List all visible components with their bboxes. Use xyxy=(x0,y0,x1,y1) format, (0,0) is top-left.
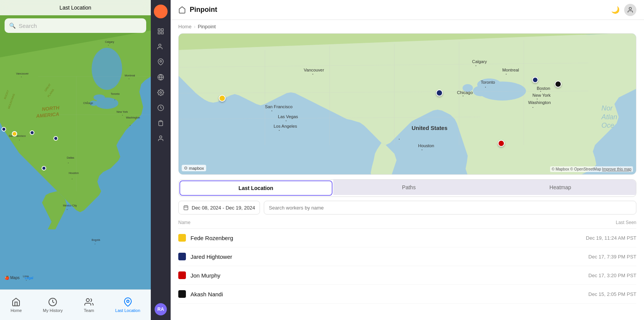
column-name: Name xyxy=(178,220,190,225)
nav-home[interactable]: Home xyxy=(5,294,28,316)
sidebar-settings-icon[interactable] xyxy=(154,86,168,99)
main-map-dot-red xyxy=(498,140,505,147)
date-picker-button[interactable]: Dec 08, 2024 - Dec 19, 2024 xyxy=(178,201,260,214)
gear-icon xyxy=(157,89,164,96)
svg-text:Calgary: Calgary xyxy=(105,41,115,44)
sidebar-person-search-icon[interactable] xyxy=(154,132,168,145)
svg-text:Vancouver: Vancouver xyxy=(16,72,29,75)
svg-rect-45 xyxy=(158,32,160,34)
worker-time-jared: Dec 17, 7:39 PM PST xyxy=(588,254,636,260)
nav-last-location-label: Last Location xyxy=(115,308,140,313)
sidebar-logo[interactable] xyxy=(154,5,168,18)
nav-my-history[interactable]: My History xyxy=(37,294,69,316)
nav-home-label: Home xyxy=(11,308,22,313)
worker-left-jared: Jared Hightower xyxy=(178,253,232,260)
svg-text:Washington: Washington xyxy=(126,116,140,119)
worker-row[interactable]: Fede Rozenberg Dec 19, 11:24 AM PST xyxy=(178,229,636,247)
expand-icon xyxy=(157,28,164,35)
sidebar-translate-icon[interactable] xyxy=(154,70,168,84)
avatar-initials: RA xyxy=(157,307,164,312)
tabs-section: Last Location Paths Heatmap xyxy=(178,179,636,197)
svg-text:•: • xyxy=(115,99,115,101)
worker-time-akash: Dec 15, 2:05 PM PST xyxy=(588,291,636,297)
nav-team-label: Team xyxy=(84,308,94,313)
user-profile-icon[interactable] xyxy=(624,4,636,16)
page-title: Pinpoint xyxy=(190,6,217,14)
left-search-bar[interactable]: 🔍 Search xyxy=(5,18,146,33)
svg-text:Houston: Houston xyxy=(69,172,79,174)
svg-text:•: • xyxy=(95,243,95,245)
nav-last-location[interactable]: Last Location xyxy=(109,294,146,316)
top-bar-left: Pinpoint xyxy=(178,6,217,14)
sidebar-location-icon[interactable] xyxy=(154,55,168,69)
sidebar-expand-icon[interactable] xyxy=(154,24,168,38)
location-pin-icon xyxy=(123,297,132,307)
svg-point-53 xyxy=(629,7,631,10)
left-map-panel: Last Location 🔍 Search NORTH AMERICA xyxy=(0,0,151,320)
clock-icon xyxy=(48,297,57,307)
sidebar-people-icon[interactable] xyxy=(154,40,168,54)
tab-heatmap[interactable]: Heatmap xyxy=(484,180,636,195)
svg-point-42 xyxy=(127,300,129,302)
tab-last-location[interactable]: Last Location xyxy=(179,180,332,196)
search-workers-input[interactable] xyxy=(264,201,636,214)
svg-text:Nor: Nor xyxy=(602,104,613,112)
svg-text:•: • xyxy=(122,114,123,116)
svg-point-2 xyxy=(94,94,105,101)
svg-point-41 xyxy=(86,299,89,302)
main-map-dot-black xyxy=(555,81,562,88)
svg-point-57 xyxy=(473,86,489,96)
svg-text:Houston: Houston xyxy=(418,143,434,148)
worker-time-fede: Dec 19, 11:24 AM PST xyxy=(586,235,636,241)
left-map-background: NORTH AMERICA ROCKY MOUNTAINS GREAT PLAI… xyxy=(0,0,151,320)
tab-paths[interactable]: Paths xyxy=(333,180,485,195)
people-icon xyxy=(157,43,164,50)
workers-table: Name Last Seen Fede Rozenberg Dec 19, 11… xyxy=(178,218,636,320)
svg-text:San Francisco: San Francisco xyxy=(265,104,292,109)
worker-color-jon xyxy=(178,271,186,279)
svg-text:Washington: Washington xyxy=(528,100,550,105)
worker-name-fede: Fede Rozenberg xyxy=(190,235,233,241)
breadcrumb-home[interactable]: Home xyxy=(178,24,192,29)
sidebar: RA xyxy=(151,0,171,320)
svg-rect-46 xyxy=(161,32,163,34)
map-title: Last Location xyxy=(60,5,91,11)
svg-text:Calgary: Calgary xyxy=(472,59,487,64)
main-map-dot-darkblue xyxy=(436,89,443,96)
svg-text:Oce: Oce xyxy=(602,122,614,129)
profile-icon xyxy=(627,6,634,13)
worker-row[interactable]: Jared Hightower Dec 17, 7:39 PM PST xyxy=(178,247,636,266)
sidebar-clock-icon[interactable] xyxy=(154,101,168,115)
svg-text:•: • xyxy=(19,139,20,141)
left-map-dot-yellow xyxy=(12,131,17,136)
svg-text:•: • xyxy=(21,76,22,78)
svg-text:🍎 Maps: 🍎 Maps xyxy=(5,275,19,280)
tab-paths-label: Paths xyxy=(402,184,416,190)
user-avatar[interactable]: RA xyxy=(155,303,167,315)
svg-text:•: • xyxy=(68,162,69,164)
svg-text:•: • xyxy=(130,124,131,127)
svg-rect-51 xyxy=(160,120,162,122)
worker-color-jared xyxy=(178,253,186,260)
worker-name-jon: Jon Murphy xyxy=(190,272,220,279)
nav-team[interactable]: Team xyxy=(78,294,100,316)
svg-point-52 xyxy=(160,136,162,138)
worker-row[interactable]: Akash Nandi Dec 15, 2:05 PM PST xyxy=(178,285,636,304)
breadcrumb: Home › Pinpoint xyxy=(171,20,644,33)
svg-rect-88 xyxy=(184,206,188,210)
dark-mode-icon[interactable]: 🌙 xyxy=(611,6,620,14)
improve-map-link[interactable]: Improve this map xyxy=(602,167,631,171)
main-map-dot-yellow xyxy=(219,95,226,102)
worker-left-fede: Fede Rozenberg xyxy=(178,234,233,242)
svg-text:Bogotá: Bogotá xyxy=(92,239,100,242)
filter-row: Dec 08, 2024 - Dec 19, 2024 xyxy=(178,201,636,214)
sidebar-clipboard-icon[interactable] xyxy=(154,116,168,130)
svg-text:Chicago: Chicago xyxy=(83,102,93,105)
svg-text:Legal: Legal xyxy=(25,276,33,280)
tab-heatmap-label: Heatmap xyxy=(549,184,571,190)
main-map-background: Nor Atlan Oce Calgary • Vancouver • Mont… xyxy=(179,34,636,174)
svg-text:New York: New York xyxy=(116,110,128,113)
svg-text:•: • xyxy=(87,101,88,103)
worker-row[interactable]: Jon Murphy Dec 17, 3:20 PM PST xyxy=(178,266,636,285)
svg-text:Vancouver: Vancouver xyxy=(304,68,324,72)
